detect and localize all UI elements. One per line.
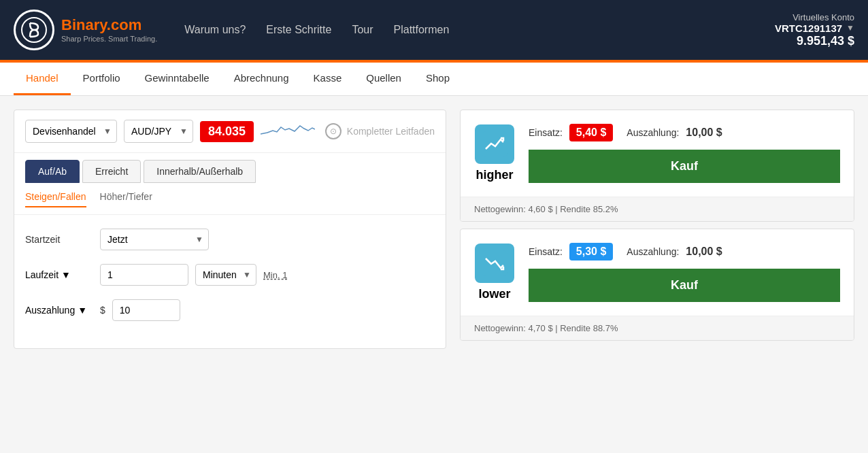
lower-einsatz-value: 5,30 $ bbox=[569, 243, 613, 261]
laufzeit-input[interactable] bbox=[100, 264, 188, 286]
lower-details: Einsatz: 5,30 $ Auszahlung: 10,00 $ Kauf bbox=[529, 243, 840, 302]
lower-footer: Nettogewinn: 4,70 $ | Rendite 88.7% bbox=[461, 316, 854, 340]
price-badge: 84.035 bbox=[200, 121, 254, 142]
higher-einsatz-value: 5,40 $ bbox=[569, 124, 613, 141]
virtual-label: Virtuelles Konto bbox=[775, 12, 854, 22]
nav-plattformen[interactable]: Plattformen bbox=[394, 24, 450, 36]
pair-select[interactable]: AUD/JPY bbox=[124, 120, 193, 143]
svg-rect-2 bbox=[482, 250, 507, 276]
auszahlung-input[interactable] bbox=[112, 299, 180, 321]
nav-shop[interactable]: Shop bbox=[414, 63, 462, 95]
lower-label: lower bbox=[474, 287, 515, 301]
trade-controls: Devisenhandel ▼ AUD/JPY ▼ 84.035 ⊙ Kompl… bbox=[14, 110, 446, 153]
logo-tagline: Sharp Prices. Smart Trading. bbox=[61, 35, 157, 44]
secondary-nav: Handel Portfolio Gewinntabelle Abrechnun… bbox=[0, 63, 868, 96]
lower-buy-button[interactable]: Kauf bbox=[529, 269, 840, 302]
pair-select-wrap: AUD/JPY ▼ bbox=[124, 120, 193, 143]
tab-erreicht[interactable]: Erreicht bbox=[82, 160, 141, 183]
right-panel: higher Einsatz: 5,40 $ Auszahlung: 10,00… bbox=[460, 110, 854, 349]
nav-kasse[interactable]: Kasse bbox=[301, 63, 354, 95]
startzeit-select[interactable]: Jetzt bbox=[100, 229, 209, 250]
lower-card-main: lower Einsatz: 5,30 $ Auszahlung: 10,00 … bbox=[461, 229, 854, 316]
currency-prefix: $ bbox=[100, 305, 105, 316]
account-balance: 9.951,43 $ bbox=[775, 34, 854, 48]
header: Binary.com Sharp Prices. Smart Trading. … bbox=[0, 0, 868, 60]
startzeit-select-wrap: Jetzt ▼ bbox=[100, 229, 209, 250]
account-id[interactable]: VRTC1291137 ▼ bbox=[775, 22, 854, 34]
laufzeit-unit-select[interactable]: Minuten bbox=[195, 264, 256, 286]
higher-label: higher bbox=[474, 168, 515, 182]
lower-auszahlung-value: 10,00 $ bbox=[686, 246, 722, 258]
higher-card-main: higher Einsatz: 5,40 $ Auszahlung: 10,00… bbox=[461, 110, 854, 197]
lower-einsatz-label: Einsatz: bbox=[529, 246, 563, 257]
auszahlung-label-wrap[interactable]: Auszahlung ▼ bbox=[25, 305, 93, 316]
lower-einsatz-row: Einsatz: 5,30 $ Auszahlung: 10,00 $ bbox=[529, 243, 840, 261]
trade-form: Startzeit Jetzt ▼ Laufzeit ▼ Minuten bbox=[14, 215, 446, 348]
guide-button[interactable]: ⊙ Kompletter Leitfaden bbox=[325, 123, 435, 139]
laufzeit-unit-wrap: Minuten ▼ bbox=[195, 264, 256, 286]
nav-portfolio[interactable]: Portfolio bbox=[71, 63, 133, 95]
lower-card: lower Einsatz: 5,30 $ Auszahlung: 10,00 … bbox=[460, 229, 854, 341]
auszahlung-row: Auszahlung ▼ $ bbox=[25, 299, 435, 321]
higher-details: Einsatz: 5,40 $ Auszahlung: 10,00 $ Kauf bbox=[529, 124, 840, 183]
lower-auszahlung-label: Auszahlung: bbox=[627, 246, 679, 257]
tab-innerhalb[interactable]: Innerhalb/Außerhalb bbox=[144, 160, 256, 183]
account-dropdown-icon: ▼ bbox=[846, 23, 854, 33]
higher-einsatz-label: Einsatz: bbox=[529, 127, 563, 138]
higher-footer: Nettogewinn: 4,60 $ | Rendite 85.2% bbox=[461, 197, 854, 221]
market-select[interactable]: Devisenhandel bbox=[25, 120, 117, 143]
nav-handel[interactable]: Handel bbox=[14, 63, 71, 95]
nav-tour[interactable]: Tour bbox=[352, 24, 373, 36]
main-content: Devisenhandel ▼ AUD/JPY ▼ 84.035 ⊙ Kompl… bbox=[0, 96, 868, 363]
svg-rect-1 bbox=[482, 131, 507, 157]
startzeit-label: Startzeit bbox=[25, 234, 93, 245]
nav-erste[interactable]: Erste Schritte bbox=[266, 24, 331, 36]
main-nav: Warum uns? Erste Schritte Tour Plattform… bbox=[184, 24, 775, 36]
nav-gewinntabelle[interactable]: Gewinntabelle bbox=[133, 63, 222, 95]
nav-warum[interactable]: Warum uns? bbox=[184, 24, 246, 36]
sub-tabs: Steigen/Fallen Höher/Tiefer bbox=[14, 183, 446, 215]
min-label: Min. 1 bbox=[263, 270, 287, 280]
higher-einsatz-row: Einsatz: 5,40 $ Auszahlung: 10,00 $ bbox=[529, 124, 840, 141]
laufzeit-label: Laufzeit bbox=[25, 269, 59, 280]
logo-text: Binary.com Sharp Prices. Smart Trading. bbox=[61, 16, 157, 44]
logo-name: Binary.com bbox=[61, 16, 157, 34]
market-select-wrap: Devisenhandel ▼ bbox=[25, 120, 117, 143]
startzeit-row: Startzeit Jetzt ▼ bbox=[25, 229, 435, 250]
sub-tab-steigen[interactable]: Steigen/Fallen bbox=[25, 191, 86, 207]
auszahlung-label: Auszahlung bbox=[25, 305, 75, 316]
auszahlung-dropdown-icon: ▼ bbox=[78, 305, 87, 316]
lower-icon bbox=[475, 244, 514, 283]
compass-icon: ⊙ bbox=[325, 123, 341, 139]
higher-auszahlung-label: Auszahlung: bbox=[627, 127, 679, 138]
tab-auf-ab[interactable]: Auf/Ab bbox=[25, 160, 80, 183]
nav-abrechnung[interactable]: Abrechnung bbox=[222, 63, 301, 95]
logo-area: Binary.com Sharp Prices. Smart Trading. bbox=[14, 10, 157, 50]
higher-buy-button[interactable]: Kauf bbox=[529, 150, 840, 183]
logo-icon bbox=[14, 10, 54, 50]
higher-card: higher Einsatz: 5,40 $ Auszahlung: 10,00… bbox=[460, 110, 854, 222]
higher-auszahlung-value: 10,00 $ bbox=[686, 127, 722, 139]
left-panel: Devisenhandel ▼ AUD/JPY ▼ 84.035 ⊙ Kompl… bbox=[14, 110, 446, 349]
laufzeit-row: Laufzeit ▼ Minuten ▼ Min. 1 bbox=[25, 264, 435, 286]
laufzeit-label-wrap[interactable]: Laufzeit ▼ bbox=[25, 269, 93, 280]
higher-icon bbox=[475, 124, 514, 164]
sub-tab-hoeher[interactable]: Höher/Tiefer bbox=[100, 191, 152, 207]
trade-tabs: Auf/Ab Erreicht Innerhalb/Außerhalb bbox=[14, 153, 446, 183]
sparkline-chart bbox=[261, 120, 315, 143]
account-area: Virtuelles Konto VRTC1291137 ▼ 9.951,43 … bbox=[775, 12, 854, 48]
nav-quellen[interactable]: Quellen bbox=[354, 63, 414, 95]
laufzeit-dropdown-icon: ▼ bbox=[61, 269, 71, 280]
